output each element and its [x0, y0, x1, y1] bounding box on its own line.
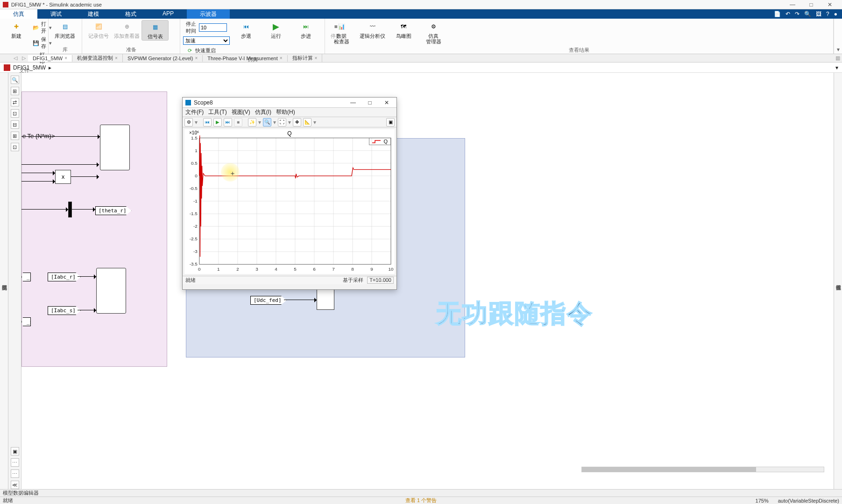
scope-stepfwd-icon[interactable]: ⏭: [224, 118, 232, 126]
scope-stop-icon[interactable]: ■: [234, 118, 242, 126]
status-zoom[interactable]: 175%: [756, 498, 769, 504]
tab-format[interactable]: 格式: [112, 9, 149, 19]
logic-analyzer-button[interactable]: 〰逻辑分析仪: [358, 20, 387, 40]
folder-open-icon: 📂: [33, 24, 39, 31]
scope-block-1[interactable]: [100, 125, 130, 170]
doctab-0[interactable]: DFIG1_5MW×: [28, 55, 72, 62]
scope-zoom-icon[interactable]: 🔍: [263, 118, 271, 126]
scope-minimize-button[interactable]: —: [346, 99, 360, 106]
doctab-close-1[interactable]: ×: [115, 56, 118, 61]
doctab-3[interactable]: Three-Phase V-I Measurement×: [203, 55, 287, 62]
tool-1-icon[interactable]: ⊞: [11, 87, 19, 95]
tab-model[interactable]: 建模: [75, 9, 112, 19]
scope-plot-area[interactable]: ×10⁶ Q Q 012345678910-3.5-3-2.5-2-1.5-1-…: [184, 129, 395, 274]
qa-doc-icon[interactable]: 📄: [774, 11, 781, 17]
tool-7-icon[interactable]: ▣: [11, 447, 19, 455]
tab-app[interactable]: APP: [149, 9, 187, 19]
ribbon-collapse-button[interactable]: ▾: [834, 19, 842, 54]
scope-layout-icon[interactable]: ▣: [386, 118, 395, 126]
breadcrumb-path[interactable]: DFIG1_5MW: [13, 64, 46, 71]
minimize-button[interactable]: —: [783, 0, 802, 9]
port-s[interactable]: _s]: [21, 317, 31, 326]
tool-6-icon[interactable]: ⊡: [11, 143, 19, 151]
tab-scope[interactable]: 示波器: [187, 9, 230, 19]
qa-find-icon[interactable]: 🔍: [804, 11, 811, 17]
doctab-next-icon[interactable]: ▷: [20, 55, 28, 61]
scope-cursor-icon[interactable]: ✥: [293, 118, 301, 126]
stoptime-input[interactable]: [199, 23, 227, 32]
scope-maximize-button[interactable]: □: [363, 99, 377, 106]
tool-8-icon[interactable]: ⋯: [11, 458, 19, 467]
library-browser-button[interactable]: ▤库浏览器: [51, 20, 78, 40]
tool-magnify-icon[interactable]: 🔍: [11, 76, 19, 84]
from-iabc-r[interactable]: [Iabc_r]: [48, 273, 81, 281]
chevron-right-icon[interactable]: ▸: [49, 64, 51, 71]
new-button[interactable]: ✚ 新建: [3, 20, 30, 40]
model-browser-tab[interactable]: 模型浏览器: [0, 73, 8, 489]
record-signal-button[interactable]: 📶记录信号: [85, 20, 112, 40]
doctab-close-4[interactable]: ×: [315, 56, 318, 61]
scope-measure-icon[interactable]: 📐: [303, 118, 311, 126]
goto-theta-r[interactable]: [theta_r]: [95, 206, 132, 215]
tab-simulate[interactable]: 仿真: [0, 9, 37, 19]
tool-2-icon[interactable]: ⇄: [11, 98, 19, 106]
doctab-close-3[interactable]: ×: [280, 56, 283, 61]
scope-menu-file[interactable]: 文件(F): [185, 108, 204, 116]
status-warning[interactable]: 查看 1 个警告: [405, 497, 437, 504]
scope-block-2[interactable]: [96, 268, 126, 314]
scope-autoscale-icon[interactable]: ⛶: [278, 118, 286, 126]
scope-titlebar[interactable]: Scope8 — □ ✕: [183, 98, 396, 108]
property-inspector-tab[interactable]: 属性检查器: [834, 73, 842, 489]
scroll-thumb[interactable]: [582, 467, 756, 472]
doctab-4[interactable]: 指标计算×: [288, 54, 323, 62]
doctab-close-0[interactable]: ×: [64, 56, 67, 61]
add-viewer-button[interactable]: ⊕添加查看器: [112, 20, 142, 40]
model-data-editor-bar[interactable]: 模型数据编辑器: [0, 489, 842, 497]
tool-collapse-icon[interactable]: ≪: [11, 481, 19, 489]
scope-menu-tools[interactable]: 工具(T): [208, 108, 226, 116]
qa-layout-icon[interactable]: 🖼: [816, 11, 821, 17]
tab-debug[interactable]: 调试: [37, 9, 75, 19]
product-block[interactable]: x: [55, 170, 71, 184]
qa-undo-icon[interactable]: ↶: [785, 11, 790, 17]
scope-menu-sim[interactable]: 仿真(I): [255, 108, 271, 116]
qa-more-icon[interactable]: ●: [834, 11, 837, 17]
scope-settings-icon[interactable]: ⚙: [184, 118, 193, 126]
sim-mode-select[interactable]: 加速: [183, 36, 230, 45]
scope-close-button[interactable]: ✕: [380, 99, 394, 106]
scope-menu-help[interactable]: 帮助(H): [276, 108, 295, 116]
scope-stepback-icon[interactable]: ⏮: [203, 118, 212, 126]
stop-button[interactable]: ■停止: [322, 20, 349, 40]
from-iabc-s[interactable]: [Iabc_s]: [48, 306, 81, 315]
tool-4-icon[interactable]: ⊟: [11, 120, 19, 129]
qa-help-icon[interactable]: ?: [826, 11, 829, 17]
step-forward-button[interactable]: ⏭步进: [292, 20, 319, 40]
tool-9-icon[interactable]: ⋯: [11, 469, 19, 478]
from-udc-fed[interactable]: [Udc_fed]: [250, 296, 287, 305]
doctab-2[interactable]: SVPWM Generator (2-Level)×: [123, 55, 203, 62]
canvas-hscrollbar[interactable]: [581, 467, 824, 472]
port-r[interactable]: _r]: [21, 273, 31, 281]
doctab-1[interactable]: 机侧变流器控制×: [72, 54, 123, 62]
sim-manager-button[interactable]: ⚙仿真 管理器: [420, 20, 447, 45]
tool-3-icon[interactable]: ⊡: [11, 109, 19, 118]
fast-restart-button[interactable]: ⟳快速重启: [183, 46, 230, 55]
scope-play-icon[interactable]: ▶: [213, 118, 222, 126]
scope-window[interactable]: Scope8 — □ ✕ 文件(F) 工具(T) 视图(V) 仿真(I) 帮助(…: [182, 97, 397, 290]
scope-menu-view[interactable]: 视图(V): [232, 108, 250, 116]
scope-highlight-icon[interactable]: ✨: [248, 118, 256, 126]
bird-eye-button[interactable]: 🗺鸟瞰图: [390, 20, 417, 40]
step-back-button[interactable]: ⏮步退: [233, 20, 260, 40]
qa-redo-icon[interactable]: ↷: [795, 11, 800, 17]
status-solver[interactable]: auto(VariableStepDiscrete): [778, 498, 839, 504]
doctab-close-2[interactable]: ×: [195, 56, 198, 61]
close-button[interactable]: ✕: [821, 0, 839, 9]
run-button[interactable]: ▶运行: [262, 20, 290, 40]
maximize-button[interactable]: □: [802, 0, 821, 9]
signal-table-button[interactable]: ▦信号表: [142, 20, 169, 41]
model-canvas[interactable]: x [theta_r] [Iabc_r] [Iabc_s] _r] _s] e …: [21, 73, 834, 489]
doctab-list-icon[interactable]: ▥: [834, 55, 842, 61]
breadcrumb-dropdown-icon[interactable]: ▾: [835, 64, 838, 71]
doctab-prev-icon[interactable]: ◁: [11, 55, 20, 61]
tool-5-icon[interactable]: ⊞: [11, 132, 19, 140]
